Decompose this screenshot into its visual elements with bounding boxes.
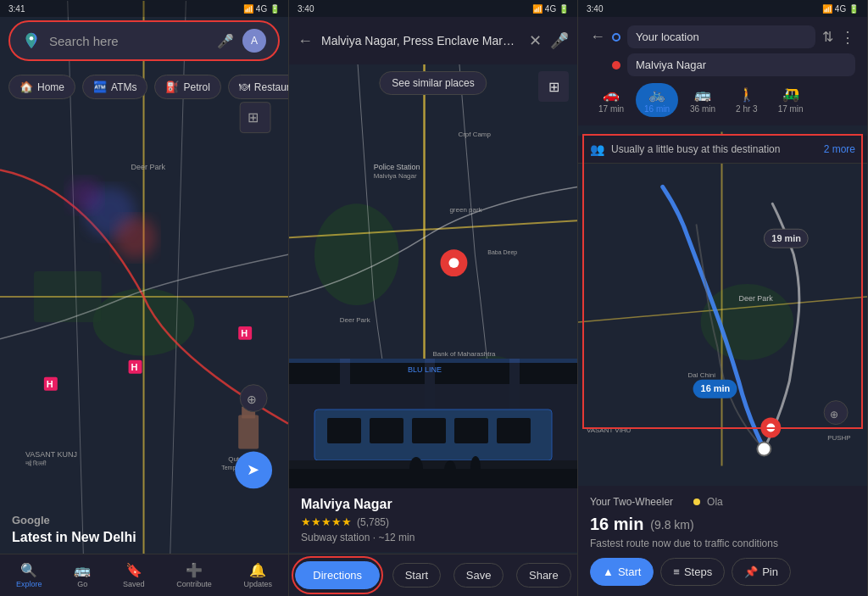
start-icon-3: ▲ bbox=[603, 565, 614, 578]
route-duration: 16 min bbox=[590, 515, 643, 534]
transport-bike[interactable]: 🚲 16 min bbox=[636, 83, 678, 117]
back-button-3[interactable]: ← bbox=[590, 28, 605, 46]
svg-text:BLU LINE: BLU LINE bbox=[408, 365, 442, 374]
star-icons: ★★★★★ bbox=[301, 515, 352, 528]
mic-icon-2[interactable]: 🎤 bbox=[550, 31, 569, 50]
more-button-3[interactable]: ⋮ bbox=[840, 28, 855, 47]
time-3: 3:40 bbox=[587, 4, 603, 14]
pin-button[interactable]: 📌 Pin bbox=[732, 558, 791, 586]
bike-icon: 🚲 bbox=[648, 86, 665, 103]
svg-point-73 bbox=[766, 424, 775, 432]
steps-icon: ≡ bbox=[673, 565, 680, 578]
svg-text:16 min: 16 min bbox=[701, 383, 731, 393]
category-home-label: Home bbox=[37, 81, 64, 93]
category-petrol-label: Petrol bbox=[183, 81, 209, 93]
google-maps-icon bbox=[22, 31, 41, 50]
transport-bus[interactable]: 🚌 36 min bbox=[682, 83, 724, 117]
nav-explore[interactable]: 🔍 Explore bbox=[16, 562, 42, 588]
go-icon: 🚌 bbox=[74, 562, 91, 578]
transport-car[interactable]: 🚗 17 min bbox=[590, 83, 632, 117]
svg-text:Deer Park: Deer Park bbox=[738, 294, 773, 303]
svg-rect-55 bbox=[454, 418, 488, 443]
svg-text:⊕: ⊕ bbox=[830, 409, 838, 421]
provider-row: Your Two-Wheeler Ola bbox=[590, 496, 855, 508]
car-icon: 🚗 bbox=[603, 86, 620, 103]
category-restaurants-label: Restaurants bbox=[254, 81, 288, 93]
svg-text:⊞: ⊞ bbox=[248, 110, 259, 125]
search-input-1[interactable]: Search here bbox=[49, 34, 209, 48]
nav-explore-label: Explore bbox=[16, 580, 42, 588]
nav-go[interactable]: 🚌 Go bbox=[74, 562, 91, 588]
category-bar: 🏠 Home 🏧 ATMs ⛽ Petrol 🍽 Restaurants bbox=[0, 68, 288, 106]
nav-updates-label: Updates bbox=[244, 580, 273, 588]
traffic-info: Fastest route now due to traffic conditi… bbox=[590, 538, 855, 549]
busy-banner: 👥 Usually a little busy at this destinat… bbox=[578, 136, 867, 164]
explore-icon: 🔍 bbox=[20, 562, 37, 578]
bottom-info-1: Google Latest in New Delhi bbox=[0, 505, 288, 554]
rating-row: ★★★★★ (5,785) bbox=[301, 515, 565, 528]
svg-text:H: H bbox=[47, 379, 53, 389]
origin-dot bbox=[612, 33, 620, 42]
status-bar-3: 3:40 📶 4G 🔋 bbox=[578, 0, 867, 17]
search-bar-2: ← Malviya Nagar, Press Enclave Marg,... … bbox=[289, 17, 577, 64]
google-logo: Google bbox=[12, 514, 276, 526]
svg-text:Deer Park: Deer Park bbox=[131, 163, 166, 171]
mic-icon-1[interactable]: 🎤 bbox=[217, 33, 234, 49]
busy-icon: 👥 bbox=[590, 142, 604, 156]
category-petrol[interactable]: ⛽ Petrol bbox=[154, 75, 220, 99]
origin-input[interactable] bbox=[627, 25, 815, 48]
transport-walk[interactable]: 🚶 2 hr 3 bbox=[727, 83, 766, 117]
close-icon-2[interactable]: ✕ bbox=[529, 31, 542, 50]
nav-saved[interactable]: 🔖 Saved bbox=[123, 562, 145, 588]
layers-button[interactable]: ⊞ bbox=[538, 71, 569, 102]
svg-point-8 bbox=[114, 216, 157, 259]
steps-button[interactable]: ≡ Steps bbox=[660, 558, 725, 586]
svg-text:Deer Park: Deer Park bbox=[340, 316, 370, 324]
svg-text:19 min: 19 min bbox=[771, 233, 801, 243]
svg-rect-52 bbox=[327, 418, 361, 443]
nav-updates[interactable]: 🔔 Updates bbox=[244, 562, 273, 588]
nav-contribute[interactable]: ➕ Contribute bbox=[176, 562, 212, 588]
time-2: 3:40 bbox=[298, 4, 314, 14]
start-button-3[interactable]: ▲ Start bbox=[590, 558, 654, 586]
svg-rect-56 bbox=[497, 418, 531, 443]
action-bar-2: Directions Start Save Share bbox=[289, 554, 577, 596]
category-atm[interactable]: 🏧 ATMs bbox=[82, 75, 147, 99]
routing-panel: ← ⇅ ⋮ 🚗 17 min 🚲 16 min 🚌 36 min bbox=[578, 17, 867, 125]
destination-dot bbox=[612, 61, 620, 70]
route-distance: (9.8 km) bbox=[650, 518, 693, 532]
avatar-1[interactable]: A bbox=[242, 29, 266, 53]
category-restaurants[interactable]: 🍽 Restaurants bbox=[228, 75, 288, 99]
destination-input[interactable] bbox=[627, 53, 855, 76]
route-result-panel: Your Two-Wheeler Ola 16 min (9.8 km) Fas… bbox=[578, 486, 867, 596]
save-button-2[interactable]: Save bbox=[453, 563, 504, 588]
bus-icon: 🚌 bbox=[694, 86, 711, 103]
route-dest-row bbox=[590, 53, 855, 76]
pin-icon: 📌 bbox=[744, 565, 758, 578]
back-button-2[interactable]: ← bbox=[298, 32, 313, 50]
share-button[interactable]: Share bbox=[516, 563, 571, 588]
transport-auto[interactable]: 🛺 17 min bbox=[770, 83, 812, 117]
svg-text:➤: ➤ bbox=[247, 461, 259, 478]
auto-icon: 🛺 bbox=[782, 86, 799, 103]
ola-dot bbox=[693, 499, 700, 505]
two-wheeler-label: Your Two-Wheeler bbox=[590, 496, 673, 508]
svg-text:Bank of Maharashtra: Bank of Maharashtra bbox=[433, 350, 497, 358]
search-text-2[interactable]: Malviya Nagar, Press Enclave Marg,... bbox=[321, 34, 520, 47]
svg-rect-57 bbox=[289, 460, 577, 469]
panel-2: Police Station Malviya Nagar green park … bbox=[289, 0, 578, 596]
see-similar-chip[interactable]: See similar places bbox=[379, 71, 487, 95]
directions-button[interactable]: Directions bbox=[295, 561, 380, 589]
start-button[interactable]: Start bbox=[392, 563, 441, 588]
search-bar-1[interactable]: Search here 🎤 A bbox=[8, 20, 280, 61]
more-link[interactable]: 2 more bbox=[824, 143, 855, 155]
category-home[interactable]: 🏠 Home bbox=[8, 75, 75, 99]
route-origin-row: ← ⇅ ⋮ bbox=[590, 25, 855, 48]
svg-point-31 bbox=[314, 203, 399, 305]
updates-icon: 🔔 bbox=[249, 562, 266, 578]
walk-icon: 🚶 bbox=[738, 86, 755, 103]
svg-text:VASANT KUNJ: VASANT KUNJ bbox=[25, 450, 77, 459]
swap-icon[interactable]: ⇅ bbox=[822, 29, 833, 45]
svg-point-42 bbox=[448, 258, 459, 268]
svg-rect-53 bbox=[370, 418, 403, 443]
